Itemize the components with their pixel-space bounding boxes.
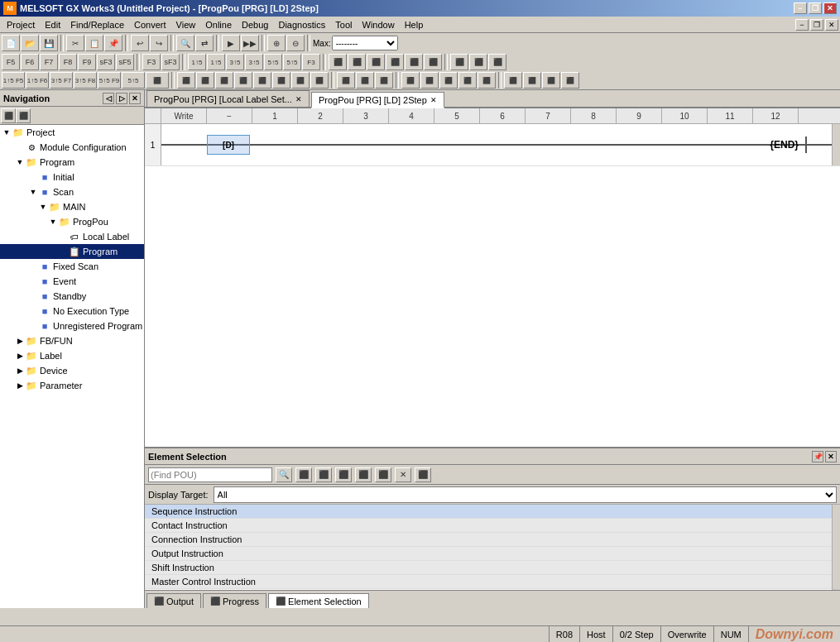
elem-search-input[interactable] [148, 467, 272, 482]
elem-btn-7[interactable]: ⬛ [415, 467, 431, 482]
expand-parameter[interactable]: ▶ [15, 381, 25, 390]
tb-replace[interactable]: ⇄ [195, 35, 214, 51]
tb-r3-16[interactable]: ⬛ [337, 72, 355, 89]
tb-r3-7[interactable]: ⬛ [146, 72, 169, 89]
tb-open[interactable]: 📂 [21, 35, 39, 51]
tb-r3-26[interactable]: ⬛ [542, 72, 560, 89]
expand-device[interactable]: ▶ [15, 367, 25, 375]
nav-chevron-left[interactable]: ◁ [103, 93, 114, 104]
tb-r3-11[interactable]: ⬛ [234, 72, 252, 89]
expand-label[interactable]: ▶ [15, 352, 25, 360]
tree-item-label[interactable]: ▶ 📁 Label [0, 348, 144, 363]
tree-item-local-label[interactable]: 🏷 Local Label [0, 229, 144, 244]
minimize-button[interactable]: − [794, 2, 807, 14]
tb-r3-21[interactable]: ⬛ [439, 72, 458, 89]
tb-r2-b4[interactable]: ⬛ [386, 54, 404, 70]
menu-diagnostics[interactable]: Diagnostics [273, 18, 330, 31]
tb-r2-1[interactable]: F5 [2, 54, 20, 70]
elem-btn-2[interactable]: ⬛ [315, 467, 332, 482]
tb-r2-a3[interactable]: 3↑5 [226, 54, 244, 70]
tb-r2-a5[interactable]: 5↑5 [264, 54, 282, 70]
tb-r3-4[interactable]: 3↑5 F8 [74, 72, 97, 89]
tb-r3-2[interactable]: 1↑5 F6 [26, 72, 49, 89]
ladder-area[interactable]: Write − 1 2 3 4 5 6 7 8 9 10 11 12 1 [145, 108, 840, 447]
menu-project[interactable]: Project [2, 18, 40, 31]
restore-button[interactable]: ❐ [809, 2, 822, 14]
tb-compile-all[interactable]: ▶▶ [241, 35, 259, 51]
elem-section-shift[interactable]: Shift Instruction [145, 561, 840, 575]
bottom-tab-output[interactable]: ⬛ Output [146, 593, 201, 608]
tree-item-scan[interactable]: ▼ ■ Scan [0, 184, 144, 199]
tb-r3-17[interactable]: ⬛ [356, 72, 374, 89]
tb-r2-6[interactable]: sF3 [97, 54, 115, 70]
elem-btn-3[interactable]: ⬛ [335, 467, 352, 482]
tb-r2-a7[interactable]: F3 [302, 54, 320, 70]
tree-item-unregistered[interactable]: ■ Unregistered Program [0, 319, 144, 333]
workspace-close[interactable]: ✕ [825, 19, 838, 31]
tb-r2-sF3[interactable]: sF3 [161, 54, 180, 70]
tree-item-device[interactable]: ▶ 📁 Device [0, 363, 144, 378]
menu-window[interactable]: Window [358, 18, 400, 31]
bottom-tab-progress[interactable]: ⬛ Progress [203, 593, 266, 608]
tree-item-module-config[interactable]: ⚙ Module Configuration [0, 140, 144, 155]
expand-fbfun[interactable]: ▶ [15, 337, 25, 345]
tb-cut[interactable]: ✂ [66, 35, 84, 51]
elem-section-output[interactable]: Output Instruction [145, 547, 840, 561]
tb-r3-1[interactable]: 1↑5 F5 [2, 72, 25, 89]
tb-r2-b3[interactable]: ⬛ [367, 54, 385, 70]
tree-item-event[interactable]: ■ Event [0, 274, 144, 289]
tb-r2-5[interactable]: F9 [78, 54, 96, 70]
elem-btn-1[interactable]: ⬛ [295, 467, 312, 482]
bottom-tab-element-selection[interactable]: ⬛ Element Selection [268, 593, 369, 608]
tb-r3-3[interactable]: 3↑5 F7 [50, 72, 73, 89]
tb-r3-20[interactable]: ⬛ [420, 72, 439, 89]
close-button[interactable]: ✕ [823, 2, 837, 14]
tb-find[interactable]: 🔍 [176, 35, 194, 51]
tree-item-fbfun[interactable]: ▶ 📁 FB/FUN [0, 333, 144, 348]
tb-r3-22[interactable]: ⬛ [458, 72, 477, 89]
elem-pin-btn[interactable]: 📌 [812, 451, 823, 462]
expand-scan[interactable]: ▼ [28, 188, 38, 196]
tb-r3-6[interactable]: 5↑5 [122, 72, 145, 89]
tab-local-label-close[interactable]: ✕ [295, 95, 302, 103]
tree-item-progpou[interactable]: ▼ 📁 ProgPou [0, 214, 144, 229]
tb-r3-14[interactable]: ⬛ [291, 72, 310, 89]
tb-r3-18[interactable]: ⬛ [375, 72, 393, 89]
tb-max-select[interactable]: -------- [332, 36, 398, 50]
tb-r2-a1[interactable]: 1↑5 [188, 54, 206, 70]
tree-item-program-node[interactable]: 📋 Program [0, 244, 144, 259]
tb-r2-3[interactable]: F7 [40, 54, 58, 70]
row-content-1[interactable]: [D] { END } [161, 124, 832, 165]
tb-r2-2[interactable]: F6 [21, 54, 39, 70]
tb-r3-8[interactable]: ⬛ [177, 72, 195, 89]
tb-r3-25[interactable]: ⬛ [523, 72, 541, 89]
expand-main[interactable]: ▼ [38, 203, 48, 211]
expand-project[interactable]: ▼ [2, 128, 12, 137]
tb-zoom-in[interactable]: ⊕ [267, 35, 286, 51]
elem-btn-6[interactable]: ✕ [395, 467, 411, 482]
nav-chevron-right[interactable]: ▷ [116, 93, 127, 104]
tree-item-initial[interactable]: ■ Initial [0, 170, 144, 184]
tb-r2-b2[interactable]: ⬛ [348, 54, 366, 70]
elem-btn-5[interactable]: ⬛ [375, 467, 391, 482]
display-target-select[interactable]: All [214, 486, 837, 503]
menu-debug[interactable]: Debug [237, 18, 273, 31]
tb-r2-4[interactable]: F8 [59, 54, 77, 70]
tb-r3-19[interactable]: ⬛ [401, 72, 420, 89]
tb-r2-b5[interactable]: ⬛ [405, 54, 423, 70]
tab-ld-2step-close[interactable]: ✕ [430, 96, 437, 104]
expand-progpou[interactable]: ▼ [48, 218, 58, 226]
nav-close-btn[interactable]: ✕ [129, 93, 141, 104]
tree-item-fixed-scan[interactable]: ■ Fixed Scan [0, 259, 144, 274]
tb-r3-27[interactable]: ⬛ [561, 72, 579, 89]
menu-view[interactable]: View [171, 18, 201, 31]
elem-btn-4[interactable]: ⬛ [355, 467, 372, 482]
menu-help[interactable]: Help [400, 18, 429, 31]
tb-r3-23[interactable]: ⬛ [478, 72, 496, 89]
menu-find-replace[interactable]: Find/Replace [65, 18, 129, 31]
elem-close-btn[interactable]: ✕ [825, 451, 837, 462]
tb-r3-10[interactable]: ⬛ [215, 72, 233, 89]
menu-edit[interactable]: Edit [40, 18, 65, 31]
tree-item-no-execution[interactable]: ■ No Execution Type [0, 304, 144, 319]
tb-r2-c3[interactable]: ⬛ [488, 54, 506, 70]
